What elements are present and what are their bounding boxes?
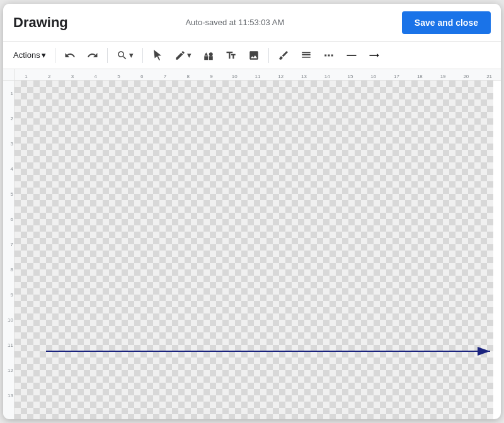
shapes-button[interactable] [198, 45, 219, 65]
canvas-content[interactable] [14, 81, 493, 419]
line-weight-button[interactable] [295, 45, 317, 65]
arrow-icon [369, 50, 380, 61]
ruler-h-tick: 10 [232, 74, 238, 79]
ruler-v-tick: 7 [3, 242, 13, 247]
zoom-button[interactable]: ▾ [112, 45, 139, 65]
image-icon [248, 50, 260, 61]
header: Drawing Auto-saved at 11:53:03 AM Save a… [3, 4, 501, 42]
pencil-dropdown-arrow: ▾ [187, 50, 192, 60]
ruler-v-tick: 4 [3, 166, 13, 172]
actions-dropdown-icon: ▾ [42, 50, 46, 60]
line-icon [346, 50, 357, 61]
divider-4 [268, 48, 269, 63]
line-end-none-button[interactable] [341, 45, 362, 65]
ruler-v-tick: 3 [3, 141, 13, 147]
drawing-window: Drawing Auto-saved at 11:53:03 AM Save a… [3, 4, 501, 419]
drawing-area[interactable] [14, 81, 501, 419]
ruler-v-tick: 12 [3, 368, 13, 373]
ruler-v-tick: 9 [3, 292, 13, 298]
toolbar: Actions ▾ ▾ ▾ [3, 42, 501, 69]
ruler-h-tick: 4 [94, 74, 96, 79]
ruler-h-tick: 21 [486, 74, 492, 79]
ruler-horizontal: 123456789101112131415161718192021 [14, 69, 501, 81]
line-dash-button[interactable] [318, 45, 340, 65]
ruler-h-tick: 2 [48, 74, 50, 79]
undo-icon [64, 50, 76, 61]
ruler-v-tick: 14 [3, 418, 13, 420]
divider-1 [55, 48, 55, 63]
ruler-h-tick: 3 [71, 74, 74, 79]
ruler-vertical: 1234567891011121314 [3, 69, 14, 419]
line-color-button[interactable] [273, 45, 294, 65]
redo-button[interactable] [82, 45, 103, 65]
ruler-v-tick: 11 [3, 342, 13, 348]
ruler-h-tick: 8 [186, 74, 189, 79]
ruler-v-tick: 8 [3, 267, 13, 273]
textbox-icon [226, 50, 237, 61]
divider-2 [107, 48, 108, 63]
ruler-h-tick: 20 [463, 74, 469, 79]
ruler-h-tick: 16 [370, 74, 376, 79]
ruler-h-tick: 9 [210, 74, 212, 79]
ruler-h-tick: 14 [324, 74, 330, 79]
ruler-h-tick: 11 [255, 74, 261, 79]
undo-button[interactable] [59, 45, 81, 65]
line-dash-icon [323, 50, 335, 61]
app-title: Drawing [13, 14, 68, 31]
ruler-v-tick: 6 [3, 217, 13, 222]
zoom-dropdown-arrow: ▾ [129, 50, 134, 60]
redo-icon [87, 50, 98, 61]
ruler-v-tick: 5 [3, 191, 13, 197]
actions-label: Actions [13, 50, 40, 60]
shapes-icon [203, 50, 214, 61]
save-close-button[interactable]: Save and close [402, 11, 491, 34]
ruler-h-tick: 5 [117, 74, 120, 79]
select-button[interactable] [147, 45, 168, 65]
ruler-v-tick: 10 [3, 317, 13, 323]
ruler-h-tick: 7 [164, 74, 166, 79]
ruler-h-tick: 19 [440, 74, 446, 79]
arrow-line-svg [14, 81, 493, 419]
text-button[interactable] [220, 45, 242, 65]
ruler-h-tick: 6 [140, 74, 143, 79]
divider-3 [142, 48, 143, 63]
svg-marker-2 [377, 54, 379, 57]
pencil-icon [175, 50, 186, 61]
ruler-h-tick: 17 [394, 74, 399, 79]
ruler-h-tick: 13 [301, 74, 307, 79]
autosave-status: Auto-saved at 11:53:03 AM [68, 18, 402, 27]
line-color-icon [278, 50, 289, 61]
ruler-h-tick: 18 [417, 74, 423, 79]
ruler-h-ticks: 123456789101112131415161718192021 [14, 69, 501, 81]
ruler-v-tick: 13 [3, 393, 13, 398]
zoom-icon [117, 50, 128, 61]
ruler-corner [3, 69, 14, 81]
ruler-h-tick: 15 [348, 74, 353, 79]
image-button[interactable] [243, 45, 265, 65]
ruler-h-tick: 12 [278, 74, 284, 79]
canvas-container: 123456789101112131415161718192021 123456… [3, 69, 501, 419]
arrow-button[interactable] [364, 45, 385, 65]
cursor-icon [152, 50, 163, 61]
ruler-h-tick: 1 [25, 74, 27, 79]
line-weight-icon [301, 50, 312, 61]
ruler-v-tick: 2 [3, 116, 13, 121]
actions-menu-button[interactable]: Actions ▾ [8, 45, 51, 65]
pencil-button[interactable]: ▾ [169, 45, 197, 65]
ruler-v-tick: 1 [3, 91, 13, 96]
